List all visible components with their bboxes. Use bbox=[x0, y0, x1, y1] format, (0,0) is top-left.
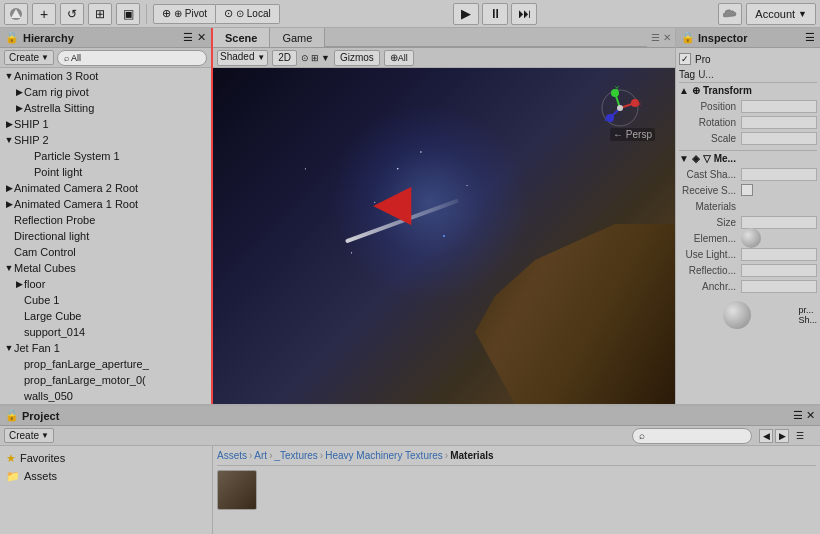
position-value[interactable] bbox=[741, 100, 817, 113]
hierarchy-item-camrigpivot[interactable]: ▶Cam rig pivot bbox=[0, 84, 211, 100]
breadcrumb: Assets › Art › _Textures › Heavy Machine… bbox=[217, 448, 816, 466]
hierarchy-close-icon[interactable]: ✕ bbox=[197, 31, 206, 44]
project-menu-icon[interactable]: ☰ bbox=[793, 409, 803, 422]
project-search-input[interactable]: ⌕ bbox=[632, 428, 752, 444]
hierarchy-item-particle1[interactable]: Particle System 1 bbox=[0, 148, 211, 164]
hierarchy-label-metalcubes: Metal Cubes bbox=[14, 262, 76, 274]
use-light-value[interactable] bbox=[741, 248, 817, 261]
material-labels: pr... Sh... bbox=[798, 298, 817, 332]
scene-panel-menu[interactable]: ☰ bbox=[651, 32, 660, 43]
pause-button[interactable]: ⏸ bbox=[482, 3, 508, 25]
hierarchy-create-btn[interactable]: Create ▼ bbox=[4, 50, 54, 65]
cast-shadow-value[interactable] bbox=[741, 168, 817, 181]
hierarchy-menu-icon[interactable]: ☰ bbox=[183, 31, 193, 44]
hierarchy-item-walls050[interactable]: walls_050 bbox=[0, 388, 211, 404]
scene-nebula bbox=[329, 102, 529, 302]
btn-2d[interactable]: 2D bbox=[272, 50, 297, 66]
add-btn[interactable]: + bbox=[32, 3, 56, 25]
shading-dropdown[interactable]: Shaded ▼ bbox=[217, 50, 268, 66]
hierarchy-item-camcontrol[interactable]: Cam Control bbox=[0, 244, 211, 260]
scene-tabs: Scene Game ☰ ✕ bbox=[213, 28, 675, 48]
expand-arrow-animcam2[interactable]: ▶ bbox=[4, 183, 14, 193]
asset-thumb-1[interactable] bbox=[217, 470, 257, 510]
hierarchy-item-pointlight[interactable]: Point light bbox=[0, 164, 211, 180]
unity-logo-btn[interactable] bbox=[4, 3, 28, 25]
reflection-value[interactable] bbox=[741, 264, 817, 277]
hierarchy-item-floor[interactable]: ▶floor bbox=[0, 276, 211, 292]
expand-arrow-animcam1[interactable]: ▶ bbox=[4, 199, 14, 209]
breadcrumb-sep-3: › bbox=[320, 450, 323, 461]
breadcrumb-textures[interactable]: _Textures bbox=[274, 450, 317, 461]
btn-gizmos-target[interactable]: ⊕ All bbox=[384, 50, 414, 66]
inspector-menu-icon[interactable]: ☰ bbox=[805, 31, 815, 44]
local-button[interactable]: ⊙ ⊙ Local bbox=[216, 4, 280, 24]
active-checkbox[interactable]: ✓ bbox=[679, 53, 691, 65]
expand-arrow-camrigpivot[interactable]: ▶ bbox=[14, 87, 24, 97]
project-view-btn-1[interactable]: ◀ bbox=[759, 429, 773, 443]
hierarchy-item-jetfan1[interactable]: ▼Jet Fan 1 bbox=[0, 340, 211, 356]
red-arrow: ◀ bbox=[373, 173, 411, 231]
size-value[interactable] bbox=[741, 216, 817, 229]
scene-panel-close[interactable]: ✕ bbox=[663, 32, 671, 43]
anchor-value[interactable] bbox=[741, 280, 817, 293]
hierarchy-search[interactable]: ⌕ All bbox=[57, 50, 207, 66]
hierarchy-item-propfan2[interactable]: prop_fanLarge_motor_0( bbox=[0, 372, 211, 388]
transform-btn[interactable]: ⊞ bbox=[88, 3, 112, 25]
account-button[interactable]: Account ▼ bbox=[746, 3, 816, 25]
local-label: ⊙ Local bbox=[236, 8, 271, 19]
hierarchy-item-metalcubes[interactable]: ▼Metal Cubes bbox=[0, 260, 211, 276]
hierarchy-label-animcam2: Animated Camera 2 Root bbox=[14, 182, 138, 194]
hierarchy-item-anim3root[interactable]: ▼Animation 3 Root bbox=[0, 68, 211, 84]
expand-arrow-anim3root[interactable]: ▼ bbox=[4, 71, 14, 81]
btn-gizmos[interactable]: Gizmos bbox=[334, 50, 380, 66]
hierarchy-label-jetfan1: Jet Fan 1 bbox=[14, 342, 60, 354]
aspect-arrow: ▼ bbox=[321, 53, 330, 63]
hierarchy-item-ship2[interactable]: ▼SHIP 2 bbox=[0, 132, 211, 148]
hierarchy-list[interactable]: ▼Animation 3 Root▶Cam rig pivot▶Astrella… bbox=[0, 68, 211, 404]
project-view-btn-2[interactable]: ▶ bbox=[775, 429, 789, 443]
hierarchy-item-largecube[interactable]: Large Cube bbox=[0, 308, 211, 324]
inspector-lock-icon: 🔒 bbox=[681, 31, 695, 44]
expand-arrow-metalcubes[interactable]: ▼ bbox=[4, 263, 14, 273]
expand-arrow-floor[interactable]: ▶ bbox=[14, 279, 24, 289]
hierarchy-item-propfan1[interactable]: prop_fanLarge_aperture_ bbox=[0, 356, 211, 372]
project-size-slider[interactable]: ☰ bbox=[796, 431, 816, 441]
hierarchy-item-animcam2[interactable]: ▶Animated Camera 2 Root bbox=[0, 180, 211, 196]
inspector-active-row: ✓ Pro bbox=[679, 51, 817, 67]
hierarchy-item-ship1[interactable]: ▶SHIP 1 bbox=[0, 116, 211, 132]
hierarchy-label-floor: floor bbox=[24, 278, 45, 290]
hierarchy-item-animcam1[interactable]: ▶Animated Camera 1 Root bbox=[0, 196, 211, 212]
hierarchy-item-cube1[interactable]: Cube 1 bbox=[0, 292, 211, 308]
step-button[interactable]: ⏭ bbox=[511, 3, 537, 25]
project-create-btn[interactable]: Create ▼ bbox=[4, 428, 54, 443]
hierarchy-item-reflprobe[interactable]: Reflection Probe bbox=[0, 212, 211, 228]
breadcrumb-assets[interactable]: Assets bbox=[217, 450, 247, 461]
layout-btn[interactable]: ▣ bbox=[116, 3, 140, 25]
tab-scene[interactable]: Scene bbox=[213, 28, 270, 47]
tab-game[interactable]: Game bbox=[270, 28, 325, 47]
rotation-value[interactable] bbox=[741, 116, 817, 129]
main-area: 🔒 Hierarchy ☰ ✕ Create ▼ ⌕ All ▼Animatio… bbox=[0, 28, 820, 404]
expand-arrow-ship2[interactable]: ▼ bbox=[4, 135, 14, 145]
sidebar-item-favorites[interactable]: ★ Favorites bbox=[3, 449, 209, 467]
gizmo-svg: X Y Z bbox=[595, 83, 645, 133]
hierarchy-item-astrella[interactable]: ▶Astrella Sitting bbox=[0, 100, 211, 116]
project-close-icon[interactable]: ✕ bbox=[806, 409, 815, 422]
hierarchy-item-dirlight[interactable]: Directional light bbox=[0, 228, 211, 244]
expand-arrow-astrella[interactable]: ▶ bbox=[14, 103, 24, 113]
hierarchy-item-support014[interactable]: support_014 bbox=[0, 324, 211, 340]
breadcrumb-art[interactable]: Art bbox=[254, 450, 267, 461]
expand-arrow-jetfan1[interactable]: ▼ bbox=[4, 343, 14, 353]
hierarchy-label-largecube: Large Cube bbox=[24, 310, 82, 322]
receive-s-checkbox[interactable] bbox=[741, 184, 753, 196]
refresh-btn[interactable]: ↺ bbox=[60, 3, 84, 25]
expand-arrow-ship1[interactable]: ▶ bbox=[4, 119, 14, 129]
pivot-button[interactable]: ⊕ ⊕ Pivot bbox=[153, 4, 216, 24]
breadcrumb-heavy[interactable]: Heavy Machinery Textures bbox=[325, 450, 443, 461]
cloud-button[interactable] bbox=[718, 3, 742, 25]
hierarchy-label-particle1: Particle System 1 bbox=[34, 150, 120, 162]
play-button[interactable]: ▶ bbox=[453, 3, 479, 25]
scale-value[interactable] bbox=[741, 132, 817, 145]
project-create-label: Create bbox=[9, 430, 39, 441]
sidebar-item-assets[interactable]: 📁 Assets bbox=[3, 467, 209, 485]
